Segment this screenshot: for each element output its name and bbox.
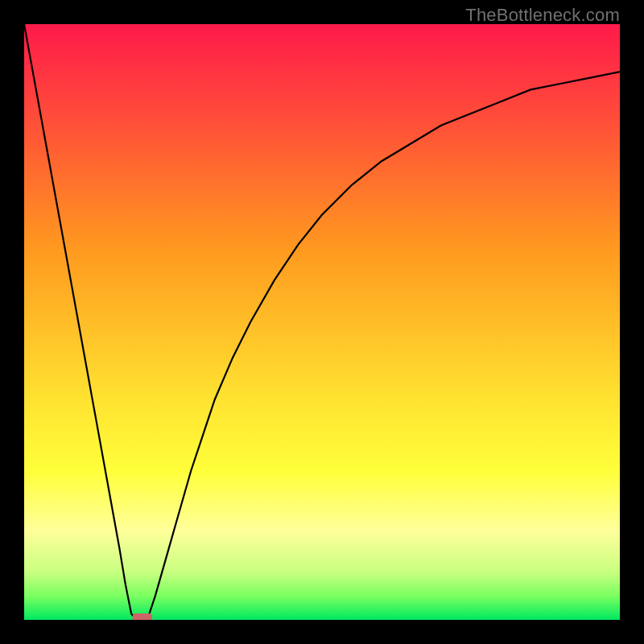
- optimum-marker: [133, 613, 152, 620]
- plot-area: [24, 24, 620, 620]
- watermark-text: TheBottleneck.com: [465, 5, 620, 26]
- chart-frame: TheBottleneck.com: [0, 0, 644, 644]
- curve-layer: [24, 24, 620, 620]
- bottleneck-curve: [24, 24, 620, 620]
